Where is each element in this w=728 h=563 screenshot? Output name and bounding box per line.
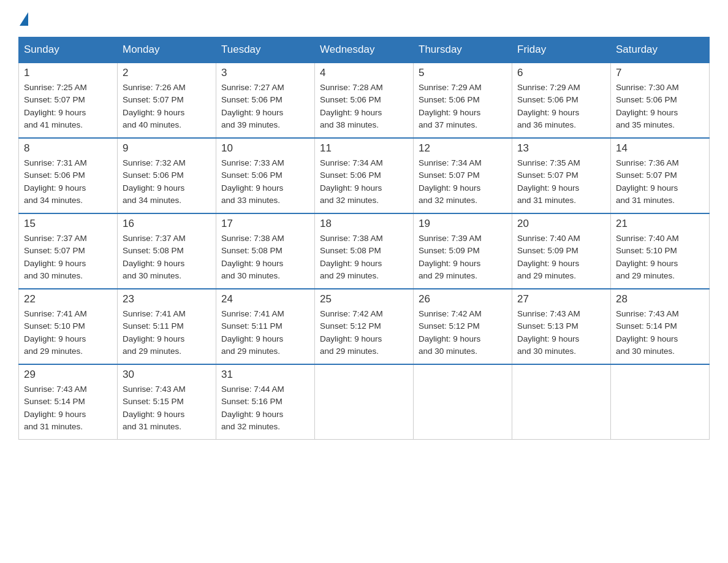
- calendar-cell: 26 Sunrise: 7:42 AM Sunset: 5:12 PM Dayl…: [414, 289, 512, 364]
- day-info: Sunrise: 7:43 AM Sunset: 5:14 PM Dayligh…: [24, 383, 112, 433]
- calendar-cell: 21 Sunrise: 7:40 AM Sunset: 5:10 PM Dayl…: [611, 213, 710, 289]
- day-of-week-header: Thursday: [414, 37, 512, 63]
- day-number: 1: [24, 67, 112, 79]
- day-info: Sunrise: 7:37 AM Sunset: 5:07 PM Dayligh…: [24, 232, 112, 282]
- day-number: 8: [24, 142, 112, 155]
- day-info: Sunrise: 7:29 AM Sunset: 5:06 PM Dayligh…: [517, 82, 605, 131]
- calendar-cell: 25 Sunrise: 7:42 AM Sunset: 5:12 PM Dayl…: [315, 289, 414, 364]
- calendar-cell: 7 Sunrise: 7:30 AM Sunset: 5:06 PM Dayli…: [611, 63, 710, 138]
- calendar-cell: 23 Sunrise: 7:41 AM Sunset: 5:11 PM Dayl…: [118, 289, 216, 364]
- day-number: 9: [123, 142, 211, 155]
- calendar-body: 1 Sunrise: 7:25 AM Sunset: 5:07 PM Dayli…: [19, 63, 710, 440]
- calendar-cell: 6 Sunrise: 7:29 AM Sunset: 5:06 PM Dayli…: [512, 63, 611, 138]
- day-info: Sunrise: 7:38 AM Sunset: 5:08 PM Dayligh…: [221, 232, 309, 282]
- calendar-cell: 20 Sunrise: 7:40 AM Sunset: 5:09 PM Dayl…: [512, 213, 611, 289]
- calendar-cell: 1 Sunrise: 7:25 AM Sunset: 5:07 PM Dayli…: [19, 63, 118, 138]
- day-info: Sunrise: 7:38 AM Sunset: 5:08 PM Dayligh…: [320, 232, 408, 282]
- day-info: Sunrise: 7:26 AM Sunset: 5:07 PM Dayligh…: [123, 82, 211, 131]
- day-number: 4: [320, 67, 408, 79]
- calendar-cell: [315, 364, 414, 440]
- page-header: [18, 12, 710, 25]
- day-number: 6: [517, 67, 605, 79]
- calendar-cell: 24 Sunrise: 7:41 AM Sunset: 5:11 PM Dayl…: [216, 289, 315, 364]
- day-info: Sunrise: 7:40 AM Sunset: 5:10 PM Dayligh…: [616, 232, 704, 282]
- logo: [18, 12, 28, 25]
- day-number: 22: [24, 293, 112, 305]
- calendar-cell: 16 Sunrise: 7:37 AM Sunset: 5:08 PM Dayl…: [118, 213, 216, 289]
- calendar-cell: [414, 364, 512, 440]
- calendar-cell: 19 Sunrise: 7:39 AM Sunset: 5:09 PM Dayl…: [414, 213, 512, 289]
- day-info: Sunrise: 7:36 AM Sunset: 5:07 PM Dayligh…: [616, 157, 704, 207]
- calendar-cell: 13 Sunrise: 7:35 AM Sunset: 5:07 PM Dayl…: [512, 138, 611, 213]
- day-info: Sunrise: 7:35 AM Sunset: 5:07 PM Dayligh…: [517, 157, 605, 207]
- day-of-week-header: Monday: [118, 37, 216, 63]
- day-number: 30: [123, 369, 211, 381]
- calendar-cell: 10 Sunrise: 7:33 AM Sunset: 5:06 PM Dayl…: [216, 138, 315, 213]
- calendar-cell: 3 Sunrise: 7:27 AM Sunset: 5:06 PM Dayli…: [216, 63, 315, 138]
- day-number: 25: [320, 293, 408, 305]
- day-number: 3: [221, 67, 309, 79]
- day-number: 12: [419, 142, 507, 155]
- calendar-cell: 12 Sunrise: 7:34 AM Sunset: 5:07 PM Dayl…: [414, 138, 512, 213]
- day-info: Sunrise: 7:39 AM Sunset: 5:09 PM Dayligh…: [419, 232, 507, 282]
- calendar-cell: 2 Sunrise: 7:26 AM Sunset: 5:07 PM Dayli…: [118, 63, 216, 138]
- day-number: 16: [123, 218, 211, 230]
- day-number: 24: [221, 293, 309, 305]
- calendar-cell: 28 Sunrise: 7:43 AM Sunset: 5:14 PM Dayl…: [611, 289, 710, 364]
- calendar-cell: 29 Sunrise: 7:43 AM Sunset: 5:14 PM Dayl…: [19, 364, 118, 440]
- day-number: 15: [24, 218, 112, 230]
- calendar-cell: 30 Sunrise: 7:43 AM Sunset: 5:15 PM Dayl…: [118, 364, 216, 440]
- calendar-week-row: 22 Sunrise: 7:41 AM Sunset: 5:10 PM Dayl…: [19, 289, 710, 364]
- calendar-header: SundayMondayTuesdayWednesdayThursdayFrid…: [19, 37, 710, 63]
- calendar-cell: [512, 364, 611, 440]
- day-info: Sunrise: 7:34 AM Sunset: 5:07 PM Dayligh…: [419, 157, 507, 207]
- day-number: 21: [616, 218, 704, 230]
- calendar-cell: 4 Sunrise: 7:28 AM Sunset: 5:06 PM Dayli…: [315, 63, 414, 138]
- day-info: Sunrise: 7:43 AM Sunset: 5:14 PM Dayligh…: [616, 308, 704, 358]
- day-info: Sunrise: 7:33 AM Sunset: 5:06 PM Dayligh…: [221, 157, 309, 207]
- day-number: 2: [123, 67, 211, 79]
- day-info: Sunrise: 7:41 AM Sunset: 5:10 PM Dayligh…: [24, 308, 112, 358]
- day-number: 18: [320, 218, 408, 230]
- calendar-week-row: 15 Sunrise: 7:37 AM Sunset: 5:07 PM Dayl…: [19, 213, 710, 289]
- day-number: 27: [517, 293, 605, 305]
- calendar-cell: 9 Sunrise: 7:32 AM Sunset: 5:06 PM Dayli…: [118, 138, 216, 213]
- day-info: Sunrise: 7:32 AM Sunset: 5:06 PM Dayligh…: [123, 157, 211, 207]
- day-number: 7: [616, 67, 704, 79]
- calendar-cell: 15 Sunrise: 7:37 AM Sunset: 5:07 PM Dayl…: [19, 213, 118, 289]
- calendar-cell: 11 Sunrise: 7:34 AM Sunset: 5:06 PM Dayl…: [315, 138, 414, 213]
- calendar-cell: 22 Sunrise: 7:41 AM Sunset: 5:10 PM Dayl…: [19, 289, 118, 364]
- day-of-week-header: Wednesday: [315, 37, 414, 63]
- calendar-cell: 27 Sunrise: 7:43 AM Sunset: 5:13 PM Dayl…: [512, 289, 611, 364]
- day-info: Sunrise: 7:44 AM Sunset: 5:16 PM Dayligh…: [221, 383, 309, 433]
- day-of-week-header: Saturday: [611, 37, 710, 63]
- day-number: 26: [419, 293, 507, 305]
- day-info: Sunrise: 7:27 AM Sunset: 5:06 PM Dayligh…: [221, 82, 309, 131]
- day-number: 13: [517, 142, 605, 155]
- logo-triangle-icon: [20, 12, 28, 26]
- day-number: 28: [616, 293, 704, 305]
- day-number: 14: [616, 142, 704, 155]
- day-info: Sunrise: 7:25 AM Sunset: 5:07 PM Dayligh…: [24, 82, 112, 131]
- day-number: 17: [221, 218, 309, 230]
- calendar-cell: 18 Sunrise: 7:38 AM Sunset: 5:08 PM Dayl…: [315, 213, 414, 289]
- calendar-table: SundayMondayTuesdayWednesdayThursdayFrid…: [18, 37, 710, 440]
- day-info: Sunrise: 7:30 AM Sunset: 5:06 PM Dayligh…: [616, 82, 704, 131]
- day-info: Sunrise: 7:34 AM Sunset: 5:06 PM Dayligh…: [320, 157, 408, 207]
- day-info: Sunrise: 7:42 AM Sunset: 5:12 PM Dayligh…: [419, 308, 507, 358]
- calendar-cell: 17 Sunrise: 7:38 AM Sunset: 5:08 PM Dayl…: [216, 213, 315, 289]
- day-info: Sunrise: 7:31 AM Sunset: 5:06 PM Dayligh…: [24, 157, 112, 207]
- day-of-week-header: Friday: [512, 37, 611, 63]
- day-number: 20: [517, 218, 605, 230]
- day-info: Sunrise: 7:40 AM Sunset: 5:09 PM Dayligh…: [517, 232, 605, 282]
- calendar-cell: 8 Sunrise: 7:31 AM Sunset: 5:06 PM Dayli…: [19, 138, 118, 213]
- calendar-week-row: 29 Sunrise: 7:43 AM Sunset: 5:14 PM Dayl…: [19, 364, 710, 440]
- calendar-week-row: 1 Sunrise: 7:25 AM Sunset: 5:07 PM Dayli…: [19, 63, 710, 138]
- day-info: Sunrise: 7:28 AM Sunset: 5:06 PM Dayligh…: [320, 82, 408, 131]
- day-info: Sunrise: 7:37 AM Sunset: 5:08 PM Dayligh…: [123, 232, 211, 282]
- day-number: 10: [221, 142, 309, 155]
- day-number: 29: [24, 369, 112, 381]
- calendar-cell: [611, 364, 710, 440]
- day-number: 23: [123, 293, 211, 305]
- day-info: Sunrise: 7:29 AM Sunset: 5:06 PM Dayligh…: [419, 82, 507, 131]
